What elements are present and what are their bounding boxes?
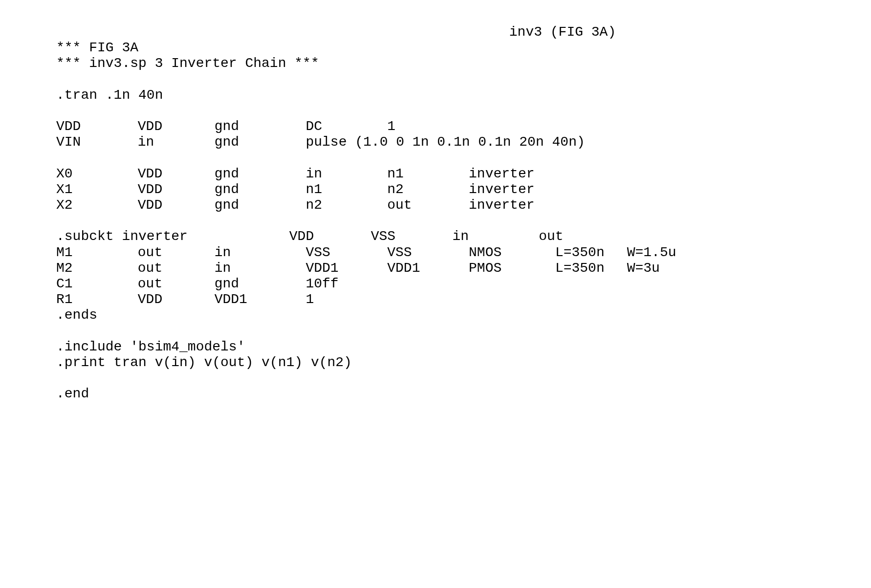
cell: in xyxy=(215,245,298,261)
end-line: .end xyxy=(56,386,871,402)
cell: L=350n xyxy=(555,261,619,276)
cell: out xyxy=(138,276,206,292)
cell: VSS xyxy=(371,229,444,244)
cell: gnd xyxy=(215,276,298,292)
cell: in xyxy=(305,166,379,182)
cell: DC xyxy=(305,119,379,134)
cell: NMOS xyxy=(469,245,547,261)
cell: VDD xyxy=(138,119,206,134)
cell: out xyxy=(539,229,563,244)
vdd-line: VDD VDD gnd DC 1 xyxy=(56,119,871,134)
cell: inverter xyxy=(469,182,534,197)
blank-line xyxy=(56,72,871,87)
cell: R1 xyxy=(56,292,130,307)
cell: VDD xyxy=(138,182,206,197)
cell: in xyxy=(452,229,530,244)
cell: VDD xyxy=(138,197,206,213)
cell: n2 xyxy=(305,197,379,213)
cell: in xyxy=(138,134,206,150)
cell: VDD xyxy=(56,119,130,134)
cell: n2 xyxy=(387,182,460,197)
cell: C1 xyxy=(56,276,130,292)
m2-line: M2 out in VDD1 VDD1 PMOS L=350n W=3u xyxy=(56,261,871,276)
cell: gnd xyxy=(215,197,298,213)
cell: out xyxy=(138,245,206,261)
r1-line: R1 VDD VDD1 1 xyxy=(56,292,871,307)
cell: 1 xyxy=(387,119,395,134)
blank-line xyxy=(56,103,871,119)
include-line: .include 'bsim4_models' xyxy=(56,339,871,355)
cell: W=1.5u xyxy=(627,245,676,261)
cell: inverter xyxy=(469,197,534,213)
comment-line-2: *** inv3.sp 3 Inverter Chain *** xyxy=(56,56,871,71)
cell: VSS xyxy=(305,245,379,261)
cell: M1 xyxy=(56,245,130,261)
cell: VDD1 xyxy=(305,261,379,276)
c1-line: C1 out gnd 10ff xyxy=(56,276,871,292)
cell: n1 xyxy=(387,166,460,182)
x2-line: X2 VDD gnd n2 out inverter xyxy=(56,197,871,213)
comment-line-1: *** FIG 3A xyxy=(56,40,871,56)
cell: gnd xyxy=(215,119,298,134)
cell: 1 xyxy=(305,292,314,307)
cell: VDD xyxy=(289,229,363,244)
cell: M2 xyxy=(56,261,130,276)
cell: 10ff xyxy=(305,276,338,292)
cell: .subckt inverter xyxy=(56,229,281,244)
cell: gnd xyxy=(215,134,298,150)
page-header-title: inv3 (FIG 3A) xyxy=(254,24,871,40)
ends-line: .ends xyxy=(56,307,871,323)
x0-line: X0 VDD gnd in n1 inverter xyxy=(56,166,871,182)
cell: X0 xyxy=(56,166,130,182)
cell: VDD1 xyxy=(387,261,460,276)
cell: pulse (1.0 0 1n 0.1n 0.1n 20n 40n) xyxy=(305,134,585,150)
cell: X1 xyxy=(56,182,130,197)
code-content: *** FIG 3A *** inv3.sp 3 Inverter Chain … xyxy=(0,40,871,402)
vin-line: VIN in gnd pulse (1.0 0 1n 0.1n 0.1n 20n… xyxy=(56,134,871,150)
cell: gnd xyxy=(215,182,298,197)
cell: W=3u xyxy=(627,261,660,276)
subckt-line: .subckt inverter VDD VSS in out xyxy=(56,229,871,244)
cell: in xyxy=(215,261,298,276)
cell: L=350n xyxy=(555,245,619,261)
cell: out xyxy=(138,261,206,276)
x1-line: X1 VDD gnd n1 n2 inverter xyxy=(56,182,871,197)
cell: VDD xyxy=(138,292,206,307)
print-line: .print tran v(in) v(out) v(n1) v(n2) xyxy=(56,355,871,370)
m1-line: M1 out in VSS VSS NMOS L=350n W=1.5u xyxy=(56,245,871,261)
cell: PMOS xyxy=(469,261,547,276)
blank-line xyxy=(56,151,871,166)
cell: gnd xyxy=(215,166,298,182)
cell: VDD xyxy=(138,166,206,182)
document-page: inv3 (FIG 3A) *** FIG 3A *** inv3.sp 3 I… xyxy=(0,0,871,402)
blank-line xyxy=(56,213,871,229)
cell: VDD1 xyxy=(215,292,298,307)
cell: n1 xyxy=(305,182,379,197)
tran-line: .tran .1n 40n xyxy=(56,87,871,103)
cell: inverter xyxy=(469,166,534,182)
cell: VIN xyxy=(56,134,130,150)
cell: VSS xyxy=(387,245,460,261)
cell: out xyxy=(387,197,460,213)
blank-line xyxy=(56,370,871,386)
blank-line xyxy=(56,324,871,339)
cell: X2 xyxy=(56,197,130,213)
